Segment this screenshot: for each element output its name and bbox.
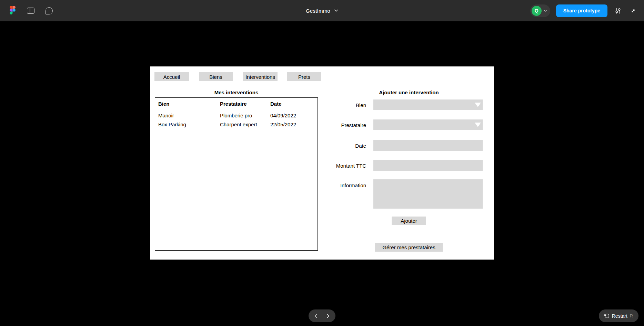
prototype-canvas-frame: Accueil Biens Interventions Prets Mes in… [150, 66, 494, 260]
restart-label: Restart [612, 313, 627, 319]
montant-ttc-input[interactable] [373, 160, 483, 171]
column-header-prestataire: Prestataire [220, 101, 270, 107]
toggle-sidebar-button[interactable] [23, 3, 38, 18]
expand-icon [630, 8, 636, 14]
bien-label: Bien [288, 102, 366, 108]
interventions-list-title: Mes interventions [155, 90, 318, 95]
cell-bien: Box Parking [158, 122, 220, 127]
bien-dropdown[interactable] [373, 99, 483, 110]
sliders-icon [614, 7, 622, 14]
figma-toolbar: GestImmo Q Share prototype [0, 0, 644, 21]
restart-button[interactable]: Restart R [599, 309, 638, 322]
chevron-right-icon [325, 314, 330, 318]
prestataire-label: Prestataire [288, 122, 366, 128]
tab-prets[interactable]: Prets [287, 72, 321, 81]
page-navigation [309, 309, 335, 322]
dropdown-caret-icon [475, 103, 481, 107]
tab-interventions[interactable]: Interventions [243, 72, 278, 81]
title-chevron-down-icon[interactable] [334, 9, 338, 12]
cell-prestataire: Plomberie pro [220, 113, 270, 118]
date-label: Date [288, 143, 366, 149]
dropdown-caret-icon [475, 123, 481, 127]
previous-frame-button[interactable] [312, 312, 320, 320]
cell-bien: Manoir [158, 113, 220, 118]
toolbar-left-group [0, 0, 57, 21]
toolbar-right-group: Q Share prototype [530, 0, 644, 21]
table-row[interactable]: Manoir Plomberie pro 04/09/2022 [158, 111, 318, 120]
cell-date: 04/09/2022 [270, 113, 318, 118]
information-textarea[interactable] [373, 179, 483, 209]
figma-menu-button[interactable] [5, 3, 20, 18]
add-intervention-title: Ajouter une intervention [341, 90, 477, 95]
date-input[interactable] [373, 140, 483, 151]
chevron-left-icon [314, 314, 319, 318]
gerer-prestataires-button[interactable]: Gérer mes prestataires [375, 243, 443, 252]
comments-button[interactable] [41, 3, 57, 18]
account-chevron-down-icon [544, 10, 547, 12]
sidebar-panel-icon [27, 8, 34, 14]
montant-ttc-label: Montant TTC [288, 163, 366, 169]
comment-bubble-icon [46, 7, 53, 14]
prestataire-dropdown[interactable] [373, 119, 483, 130]
column-header-bien: Bien [158, 101, 220, 107]
fullscreen-button[interactable] [625, 3, 641, 18]
share-prototype-button[interactable]: Share prototype [556, 4, 607, 17]
account-menu[interactable]: Q [530, 4, 550, 17]
restart-undo-icon [604, 313, 610, 318]
prototype-title[interactable]: GestImmo [306, 8, 330, 14]
prototype-settings-button[interactable] [610, 3, 625, 18]
figma-logo-icon [10, 6, 16, 16]
interventions-table: Bien Prestataire Date Manoir Plomberie p… [155, 97, 318, 251]
ajouter-button[interactable]: Ajouter [392, 217, 426, 225]
restart-shortcut-key: R [630, 313, 633, 318]
avatar: Q [532, 6, 542, 16]
tab-accueil[interactable]: Accueil [154, 72, 189, 81]
information-label: Information [288, 182, 366, 188]
tab-biens[interactable]: Biens [199, 72, 233, 81]
cell-prestataire: Charpent expert [220, 122, 270, 127]
next-frame-button[interactable] [324, 312, 332, 320]
